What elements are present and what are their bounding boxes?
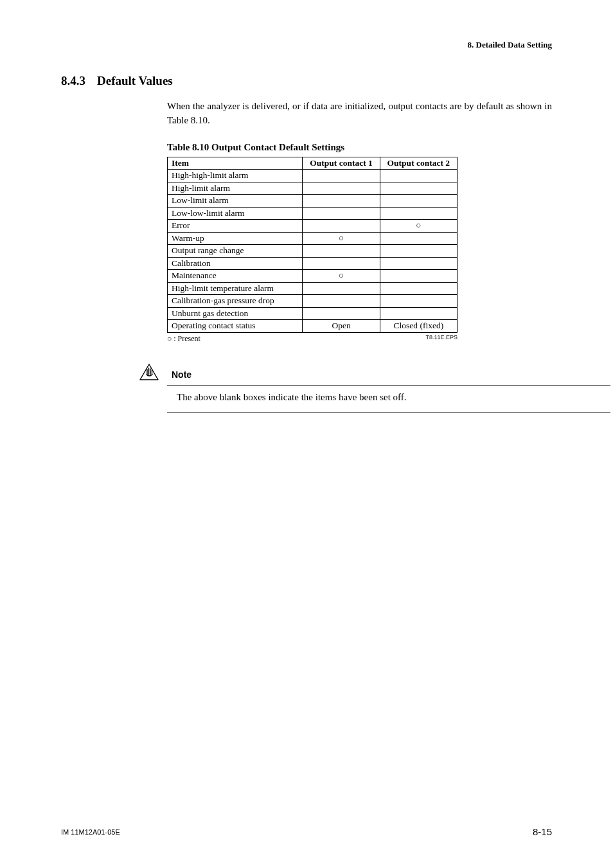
col-header-item: Item bbox=[168, 157, 303, 170]
cell-c1 bbox=[303, 295, 380, 308]
cell-c1 bbox=[303, 257, 380, 270]
note-block: Note bbox=[138, 363, 552, 382]
section-number: 8.4.3 bbox=[61, 74, 85, 88]
cell-c2 bbox=[380, 207, 457, 220]
cell-c1 bbox=[303, 195, 380, 208]
table-row: Unburnt gas detection bbox=[168, 307, 458, 320]
note-rule-bottom bbox=[167, 412, 610, 412]
section-paragraph: When the analyzer is delivered, or if da… bbox=[167, 100, 552, 128]
cell-item: Low-limit alarm bbox=[168, 195, 303, 208]
cell-c1 bbox=[303, 170, 380, 182]
cell-item: Warm-up bbox=[168, 232, 303, 245]
note-hand-icon bbox=[138, 363, 160, 382]
table-row: Output range change bbox=[168, 245, 458, 258]
cell-c2 bbox=[380, 245, 457, 258]
table-caption: Table 8.10 Output Contact Default Settin… bbox=[167, 142, 552, 153]
cell-c2: ○ bbox=[380, 220, 457, 233]
cell-item: Calibration bbox=[168, 257, 303, 270]
cell-c2 bbox=[380, 170, 457, 182]
table-eps-label: T8.11E.EPS bbox=[425, 334, 458, 344]
footer-doc-id: IM 11M12A01-05E bbox=[61, 828, 120, 836]
cell-c1: Open bbox=[303, 320, 380, 333]
cell-c2 bbox=[380, 270, 457, 283]
cell-item: Operating contact status bbox=[168, 320, 303, 333]
cell-item: High-high-limit alarm bbox=[168, 170, 303, 182]
table-row: Warm-up ○ bbox=[168, 232, 458, 245]
cell-c2 bbox=[380, 182, 457, 195]
header-breadcrumb: 8. Detailed Data Setting bbox=[468, 40, 552, 50]
cell-item: Low-low-limit alarm bbox=[168, 207, 303, 220]
note-rule-top bbox=[167, 385, 610, 385]
table-row: Error ○ bbox=[168, 220, 458, 233]
cell-item: Maintenance bbox=[168, 270, 303, 283]
table-row: High-high-limit alarm bbox=[168, 170, 458, 182]
table-row: Low-limit alarm bbox=[168, 195, 458, 208]
col-header-contact1: Output contact 1 bbox=[303, 157, 380, 170]
footer-page-number: 8-15 bbox=[533, 826, 552, 837]
cell-c1 bbox=[303, 245, 380, 258]
table-footer: ○ : Present T8.11E.EPS bbox=[167, 333, 458, 344]
table-row: Calibration bbox=[168, 257, 458, 270]
cell-c1 bbox=[303, 207, 380, 220]
section-heading: 8.4.3Default Values bbox=[61, 74, 552, 88]
cell-c1 bbox=[303, 282, 380, 295]
cell-item: Output range change bbox=[168, 245, 303, 258]
cell-c2 bbox=[380, 257, 457, 270]
table-row: Calibration-gas pressure drop bbox=[168, 295, 458, 308]
cell-c1 bbox=[303, 182, 380, 195]
note-text: The above blank boxes indicate the items… bbox=[177, 392, 552, 403]
col-header-contact2: Output contact 2 bbox=[380, 157, 457, 170]
cell-c2 bbox=[380, 282, 457, 295]
note-label: Note bbox=[172, 369, 191, 382]
cell-item: Calibration-gas pressure drop bbox=[168, 295, 303, 308]
section-title: Default Values bbox=[97, 74, 173, 87]
cell-c1: ○ bbox=[303, 270, 380, 283]
table-legend: ○ : Present bbox=[167, 334, 200, 344]
cell-c1 bbox=[303, 307, 380, 320]
page: 8. Detailed Data Setting 8.4.3Default Va… bbox=[0, 0, 613, 868]
table-row: Operating contact status Open Closed (fi… bbox=[168, 320, 458, 333]
table-header-row: Item Output contact 1 Output contact 2 bbox=[168, 157, 458, 170]
cell-item: Error bbox=[168, 220, 303, 233]
cell-item: High-limit alarm bbox=[168, 182, 303, 195]
table-row: Low-low-limit alarm bbox=[168, 207, 458, 220]
cell-item: High-limit temperature alarm bbox=[168, 282, 303, 295]
cell-c2: Closed (fixed) bbox=[380, 320, 457, 333]
cell-c2 bbox=[380, 307, 457, 320]
cell-c2 bbox=[380, 232, 457, 245]
cell-item: Unburnt gas detection bbox=[168, 307, 303, 320]
table-row: Maintenance ○ bbox=[168, 270, 458, 283]
table-row: High-limit temperature alarm bbox=[168, 282, 458, 295]
table-row: High-limit alarm bbox=[168, 182, 458, 195]
cell-c1: ○ bbox=[303, 232, 380, 245]
cell-c2 bbox=[380, 295, 457, 308]
cell-c1 bbox=[303, 220, 380, 233]
default-settings-table: Item Output contact 1 Output contact 2 H… bbox=[167, 157, 458, 333]
cell-c2 bbox=[380, 195, 457, 208]
